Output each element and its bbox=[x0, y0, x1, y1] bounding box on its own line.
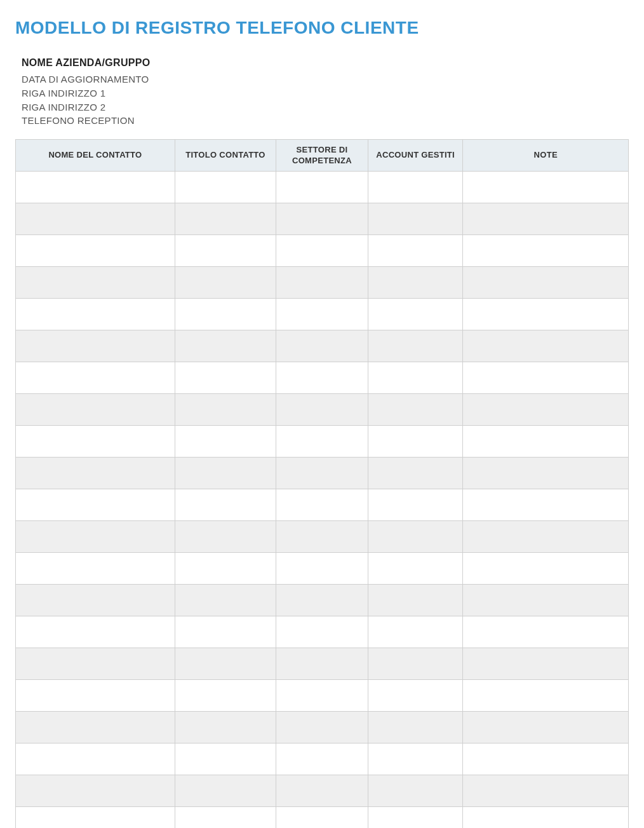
cell-contact-name[interactable] bbox=[16, 299, 175, 330]
cell-contact-name[interactable] bbox=[16, 235, 175, 267]
cell-sector[interactable] bbox=[276, 330, 368, 362]
cell-accounts[interactable] bbox=[368, 585, 463, 616]
cell-contact-title[interactable] bbox=[175, 521, 276, 553]
cell-contact-name[interactable] bbox=[16, 330, 175, 362]
cell-contact-title[interactable] bbox=[175, 458, 276, 489]
cell-contact-title[interactable] bbox=[175, 267, 276, 299]
cell-contact-name[interactable] bbox=[16, 458, 175, 489]
cell-accounts[interactable] bbox=[368, 235, 463, 267]
cell-contact-name[interactable] bbox=[16, 585, 175, 616]
cell-notes[interactable] bbox=[463, 648, 629, 680]
cell-contact-name[interactable] bbox=[16, 553, 175, 585]
cell-notes[interactable] bbox=[463, 585, 629, 616]
cell-contact-name[interactable] bbox=[16, 807, 175, 829]
cell-sector[interactable] bbox=[276, 299, 368, 330]
cell-accounts[interactable] bbox=[368, 362, 463, 394]
cell-sector[interactable] bbox=[276, 426, 368, 458]
cell-contact-title[interactable] bbox=[175, 775, 276, 807]
cell-accounts[interactable] bbox=[368, 553, 463, 585]
cell-sector[interactable] bbox=[276, 172, 368, 203]
cell-accounts[interactable] bbox=[368, 267, 463, 299]
cell-contact-name[interactable] bbox=[16, 426, 175, 458]
cell-contact-title[interactable] bbox=[175, 616, 276, 648]
cell-sector[interactable] bbox=[276, 680, 368, 712]
cell-contact-title[interactable] bbox=[175, 172, 276, 203]
cell-sector[interactable] bbox=[276, 394, 368, 426]
cell-accounts[interactable] bbox=[368, 426, 463, 458]
cell-contact-title[interactable] bbox=[175, 330, 276, 362]
cell-notes[interactable] bbox=[463, 743, 629, 775]
cell-sector[interactable] bbox=[276, 648, 368, 680]
cell-sector[interactable] bbox=[276, 489, 368, 521]
cell-notes[interactable] bbox=[463, 172, 629, 203]
cell-contact-title[interactable] bbox=[175, 807, 276, 829]
cell-notes[interactable] bbox=[463, 426, 629, 458]
cell-sector[interactable] bbox=[276, 267, 368, 299]
cell-accounts[interactable] bbox=[368, 807, 463, 829]
cell-accounts[interactable] bbox=[368, 330, 463, 362]
cell-accounts[interactable] bbox=[368, 172, 463, 203]
cell-sector[interactable] bbox=[276, 616, 368, 648]
cell-accounts[interactable] bbox=[368, 394, 463, 426]
cell-contact-name[interactable] bbox=[16, 521, 175, 553]
cell-notes[interactable] bbox=[463, 267, 629, 299]
cell-notes[interactable] bbox=[463, 299, 629, 330]
cell-contact-name[interactable] bbox=[16, 775, 175, 807]
cell-notes[interactable] bbox=[463, 521, 629, 553]
cell-notes[interactable] bbox=[463, 330, 629, 362]
cell-accounts[interactable] bbox=[368, 648, 463, 680]
cell-contact-title[interactable] bbox=[175, 585, 276, 616]
cell-contact-name[interactable] bbox=[16, 712, 175, 743]
cell-accounts[interactable] bbox=[368, 680, 463, 712]
cell-notes[interactable] bbox=[463, 362, 629, 394]
cell-accounts[interactable] bbox=[368, 743, 463, 775]
cell-accounts[interactable] bbox=[368, 458, 463, 489]
cell-contact-title[interactable] bbox=[175, 680, 276, 712]
cell-contact-name[interactable] bbox=[16, 172, 175, 203]
cell-sector[interactable] bbox=[276, 743, 368, 775]
cell-contact-name[interactable] bbox=[16, 394, 175, 426]
cell-contact-name[interactable] bbox=[16, 489, 175, 521]
cell-notes[interactable] bbox=[463, 458, 629, 489]
cell-contact-title[interactable] bbox=[175, 299, 276, 330]
cell-contact-title[interactable] bbox=[175, 743, 276, 775]
cell-contact-title[interactable] bbox=[175, 203, 276, 235]
cell-sector[interactable] bbox=[276, 362, 368, 394]
cell-contact-name[interactable] bbox=[16, 743, 175, 775]
cell-notes[interactable] bbox=[463, 203, 629, 235]
cell-sector[interactable] bbox=[276, 203, 368, 235]
cell-contact-name[interactable] bbox=[16, 616, 175, 648]
cell-sector[interactable] bbox=[276, 235, 368, 267]
cell-accounts[interactable] bbox=[368, 775, 463, 807]
cell-contact-title[interactable] bbox=[175, 362, 276, 394]
cell-accounts[interactable] bbox=[368, 203, 463, 235]
cell-contact-name[interactable] bbox=[16, 680, 175, 712]
cell-sector[interactable] bbox=[276, 775, 368, 807]
cell-contact-title[interactable] bbox=[175, 235, 276, 267]
cell-accounts[interactable] bbox=[368, 712, 463, 743]
cell-sector[interactable] bbox=[276, 553, 368, 585]
cell-notes[interactable] bbox=[463, 712, 629, 743]
cell-sector[interactable] bbox=[276, 712, 368, 743]
cell-notes[interactable] bbox=[463, 680, 629, 712]
cell-contact-name[interactable] bbox=[16, 267, 175, 299]
cell-contact-title[interactable] bbox=[175, 489, 276, 521]
cell-contact-title[interactable] bbox=[175, 648, 276, 680]
cell-accounts[interactable] bbox=[368, 489, 463, 521]
cell-contact-title[interactable] bbox=[175, 553, 276, 585]
cell-contact-name[interactable] bbox=[16, 362, 175, 394]
cell-notes[interactable] bbox=[463, 775, 629, 807]
cell-notes[interactable] bbox=[463, 235, 629, 267]
cell-contact-name[interactable] bbox=[16, 203, 175, 235]
cell-accounts[interactable] bbox=[368, 521, 463, 553]
cell-accounts[interactable] bbox=[368, 299, 463, 330]
cell-contact-title[interactable] bbox=[175, 426, 276, 458]
cell-accounts[interactable] bbox=[368, 616, 463, 648]
cell-sector[interactable] bbox=[276, 458, 368, 489]
cell-notes[interactable] bbox=[463, 616, 629, 648]
cell-contact-title[interactable] bbox=[175, 712, 276, 743]
cell-sector[interactable] bbox=[276, 521, 368, 553]
cell-notes[interactable] bbox=[463, 489, 629, 521]
cell-notes[interactable] bbox=[463, 394, 629, 426]
cell-sector[interactable] bbox=[276, 807, 368, 829]
